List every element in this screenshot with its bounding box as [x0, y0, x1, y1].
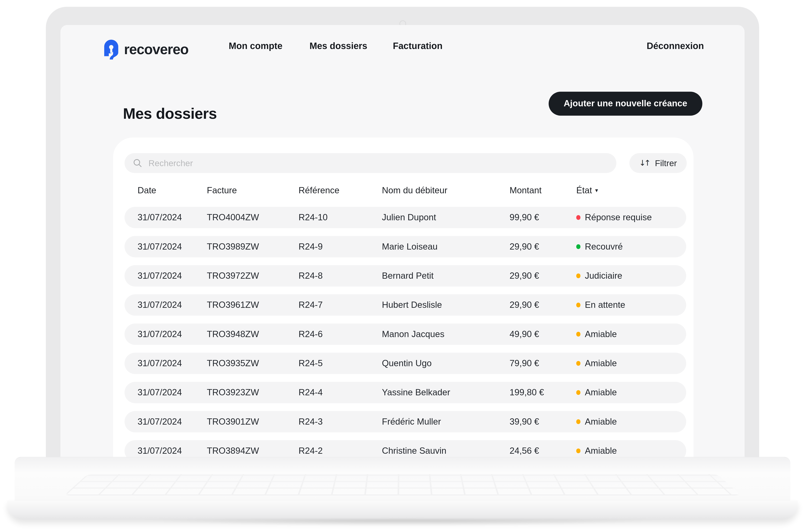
etat-header-label: État [576, 186, 592, 195]
status-dot-icon [576, 215, 580, 220]
status-dot-icon [576, 303, 580, 307]
cell-status: Amiable [576, 353, 617, 374]
recovereo-logo-icon [104, 40, 118, 60]
laptop-shadow [29, 519, 776, 529]
status-label: Amiable [585, 387, 617, 398]
search-bar[interactable] [125, 153, 616, 173]
cell-amount: 199,80 € [509, 382, 544, 403]
cell-status: Recouvré [576, 236, 623, 257]
status-label: Amiable [585, 416, 617, 427]
cell-amount: 39,90 € [509, 411, 539, 432]
cell-date: 31/07/2024 [137, 440, 182, 461]
cell-reference: R24-7 [299, 294, 323, 316]
table-row[interactable]: 31/07/2024 TRO3972ZW R24-8 Bernard Petit… [125, 265, 686, 286]
cell-date: 31/07/2024 [137, 236, 182, 257]
table-row[interactable]: 31/07/2024 TRO3989ZW R24-9 Marie Loiseau… [125, 236, 686, 257]
column-header-debiteur: Nom du débiteur [382, 186, 447, 196]
table-row[interactable]: 31/07/2024 TRO3961ZW R24-7 Hubert Deslis… [125, 294, 686, 316]
cell-date: 31/07/2024 [137, 207, 182, 228]
table-row[interactable]: 31/07/2024 TRO3948ZW R24-6 Manon Jacques… [125, 323, 686, 345]
cell-date: 31/07/2024 [137, 382, 182, 403]
cell-invoice: TRO3935ZW [207, 353, 259, 374]
status-dot-icon [576, 361, 580, 365]
cell-status: Judiciaire [576, 265, 622, 286]
cell-invoice: TRO3894ZW [207, 440, 259, 461]
table-row[interactable]: 31/07/2024 TRO3935ZW R24-5 Quentin Ugo 7… [125, 353, 686, 374]
nav-item-mes-dossiers[interactable]: Mes dossiers [310, 41, 367, 51]
laptop-front-edge [7, 500, 798, 520]
cell-invoice: TRO3923ZW [207, 382, 259, 403]
cell-reference: R24-2 [299, 440, 323, 461]
status-label: Réponse requise [585, 212, 652, 223]
cell-status: Amiable [576, 323, 617, 345]
dossiers-card: ↓↑ Filtrer Date Facture Référence Nom du… [113, 137, 693, 461]
column-header-etat[interactable]: État▾ [576, 186, 598, 196]
chevron-down-icon: ▾ [595, 187, 598, 194]
brand-logo[interactable]: recovereo [104, 40, 188, 60]
add-claim-button[interactable]: Ajouter une nouvelle créance [549, 92, 703, 116]
cell-reference: R24-4 [299, 382, 323, 403]
filter-button[interactable]: ↓↑ Filtrer [630, 153, 687, 173]
table-row[interactable]: 31/07/2024 TRO4004ZW R24-10 Julien Dupon… [125, 207, 686, 228]
keyboard-keys [64, 474, 741, 495]
status-label: Amiable [585, 358, 617, 369]
laptop-mockup: recovereo Mon compte Mes dossiers Factur… [0, 0, 805, 532]
search-icon [133, 158, 142, 168]
cell-debtor: Christine Sauvin [382, 440, 446, 461]
cell-debtor: Julien Dupont [382, 207, 436, 228]
cell-debtor: Quentin Ugo [382, 353, 432, 374]
status-dot-icon [576, 273, 580, 278]
column-header-reference: Référence [299, 186, 339, 196]
cell-status: Amiable [576, 440, 617, 461]
laptop-keyboard-deck [15, 457, 790, 501]
cell-invoice: TRO3948ZW [207, 323, 259, 345]
cell-amount: 49,90 € [509, 323, 539, 345]
cell-reference: R24-9 [299, 236, 323, 257]
cell-amount: 29,90 € [509, 236, 539, 257]
cell-date: 31/07/2024 [137, 411, 182, 432]
status-dot-icon [576, 244, 580, 249]
cell-status: Amiable [576, 411, 617, 432]
column-header-facture: Facture [207, 186, 237, 196]
table-row[interactable]: 31/07/2024 TRO3894ZW R24-2 Christine Sau… [125, 440, 686, 461]
cell-reference: R24-6 [299, 323, 323, 345]
cell-status: Réponse requise [576, 207, 652, 228]
status-label: En attente [585, 300, 625, 310]
status-label: Amiable [585, 446, 617, 456]
table-row[interactable]: 31/07/2024 TRO3923ZW R24-4 Yassine Belka… [125, 382, 686, 403]
cell-status: Amiable [576, 382, 617, 403]
page-title: Mes dossiers [123, 106, 217, 123]
status-dot-icon [576, 449, 580, 453]
nav-item-deconnexion[interactable]: Déconnexion [647, 41, 704, 51]
filter-label: Filtrer [655, 158, 677, 168]
cell-debtor: Hubert Deslisle [382, 294, 442, 316]
search-input[interactable] [147, 158, 609, 169]
cell-amount: 29,90 € [509, 294, 539, 316]
cell-reference: R24-3 [299, 411, 323, 432]
cell-debtor: Manon Jacques [382, 323, 444, 345]
table-rows: 31/07/2024 TRO4004ZW R24-10 Julien Dupon… [125, 207, 686, 461]
cell-date: 31/07/2024 [137, 353, 182, 374]
table-row[interactable]: 31/07/2024 TRO3901ZW R24-3 Frédéric Mull… [125, 411, 686, 432]
app-window: recovereo Mon compte Mes dossiers Factur… [60, 25, 745, 461]
laptop-screen: recovereo Mon compte Mes dossiers Factur… [46, 7, 759, 461]
nav-item-facturation[interactable]: Facturation [393, 41, 443, 51]
cell-invoice: TRO3901ZW [207, 411, 259, 432]
nav-item-mon-compte[interactable]: Mon compte [229, 41, 282, 51]
cell-date: 31/07/2024 [137, 294, 182, 316]
cell-invoice: TRO3961ZW [207, 294, 259, 316]
cell-amount: 24,56 € [509, 440, 539, 461]
cell-date: 31/07/2024 [137, 323, 182, 345]
table-header-row: Date Facture Référence Nom du débiteur M… [113, 186, 693, 198]
status-label: Recouvré [585, 242, 623, 252]
column-header-montant: Montant [509, 186, 542, 196]
cell-debtor: Frédéric Muller [382, 411, 441, 432]
cell-amount: 79,90 € [509, 353, 539, 374]
cell-date: 31/07/2024 [137, 265, 182, 286]
status-dot-icon [576, 419, 580, 424]
cell-reference: R24-8 [299, 265, 323, 286]
cell-debtor: Yassine Belkader [382, 382, 450, 403]
cell-amount: 99,90 € [509, 207, 539, 228]
status-dot-icon [576, 332, 580, 336]
cell-invoice: TRO4004ZW [207, 207, 259, 228]
